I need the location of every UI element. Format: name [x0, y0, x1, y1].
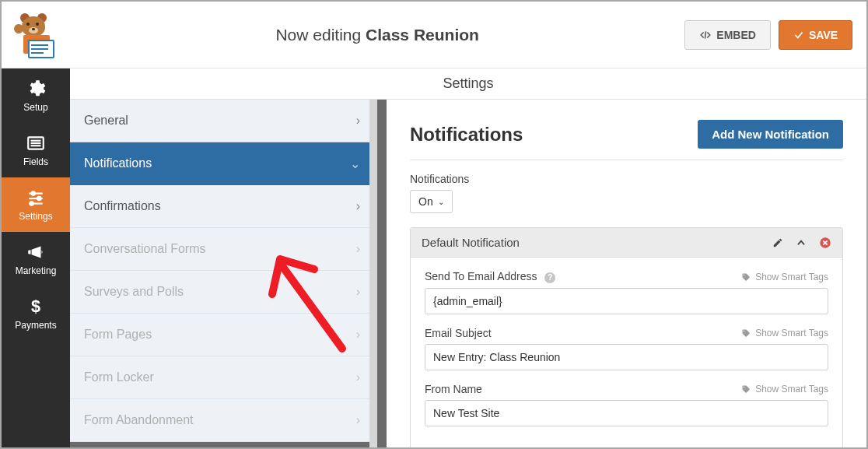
chevron-down-icon: ⌄	[350, 156, 360, 171]
chevron-down-icon: ⌄	[438, 198, 444, 206]
main-area: Setup Fields Settings Marketing $ Paymen…	[2, 68, 866, 447]
form-row-from-name: From Name Show Smart Tags	[425, 383, 828, 426]
tag-icon	[741, 384, 751, 394]
settings-menu-general[interactable]: General ›	[70, 100, 377, 142]
embed-button[interactable]: EMBED	[684, 20, 771, 50]
from-name-input[interactable]	[425, 400, 828, 426]
nav-item-setup[interactable]: Setup	[2, 68, 70, 123]
nav-label: Payments	[15, 320, 56, 331]
check-icon	[793, 30, 804, 40]
svg-point-6	[32, 191, 35, 195]
list-icon	[26, 133, 46, 153]
tag-icon	[741, 272, 751, 282]
settings-menu-confirmations[interactable]: Confirmations ›	[70, 185, 377, 228]
menu-label: Form Pages	[84, 328, 152, 342]
save-button[interactable]: SAVE	[779, 20, 852, 50]
settings-menu-notifications[interactable]: Notifications ⌄	[70, 142, 377, 185]
nav-label: Marketing	[16, 265, 57, 276]
svg-text:$: $	[31, 296, 40, 316]
form-row-send-to: Send To Email Address ? Show Smart Tags	[425, 270, 828, 314]
chevron-right-icon: ›	[356, 114, 360, 128]
menu-label: Confirmations	[84, 199, 161, 213]
chevron-right-icon: ›	[356, 199, 360, 213]
form-name: Class Reunion	[366, 26, 479, 44]
notification-card-title: Default Notification	[422, 236, 520, 249]
settings-menu-conversational-forms[interactable]: Conversational Forms ›	[70, 228, 377, 271]
menu-label: Form Locker	[84, 370, 154, 384]
close-icon[interactable]	[819, 237, 831, 249]
settings-panel: Notifications Add New Notification Notif…	[377, 100, 866, 447]
scrollbar[interactable]	[369, 100, 377, 447]
gear-icon	[26, 79, 46, 99]
panel-title: Notifications	[410, 124, 523, 146]
menu-label: Notifications	[84, 156, 152, 170]
brand-logo	[16, 12, 62, 58]
content-area: Settings General › Notifications ⌄ Confi…	[70, 68, 866, 447]
add-notification-button[interactable]: Add New Notification	[698, 120, 843, 149]
save-label: SAVE	[809, 29, 838, 41]
show-smart-tags[interactable]: Show Smart Tags	[741, 384, 828, 395]
nav-item-marketing[interactable]: Marketing	[2, 232, 70, 286]
divider	[410, 160, 843, 160]
nav-item-payments[interactable]: $ Payments	[2, 286, 70, 341]
tag-icon	[741, 328, 751, 338]
nav-item-fields[interactable]: Fields	[2, 123, 70, 177]
email-subject-input[interactable]	[425, 344, 828, 370]
send-to-email-input[interactable]	[425, 288, 828, 314]
bullhorn-icon	[26, 242, 46, 262]
nav-label: Fields	[23, 156, 48, 167]
settings-submenu: General › Notifications ⌄ Confirmations …	[70, 100, 377, 447]
chevron-right-icon: ›	[356, 328, 360, 342]
chevron-right-icon: ›	[356, 370, 360, 384]
notification-card: Default Notification	[410, 227, 843, 447]
notification-card-header: Default Notification	[411, 228, 842, 258]
help-icon[interactable]: ?	[544, 272, 555, 283]
editing-indicator: Now editing Class Reunion	[70, 26, 684, 44]
settings-menu-form-pages[interactable]: Form Pages ›	[70, 314, 377, 356]
top-bar: Now editing Class Reunion EMBED SAVE	[2, 2, 866, 68]
nav-item-settings[interactable]: Settings	[2, 177, 70, 232]
settings-menu-form-locker[interactable]: Form Locker ›	[70, 356, 377, 399]
content-body: General › Notifications ⌄ Confirmations …	[70, 100, 866, 447]
code-icon	[699, 30, 712, 40]
nav-label: Setup	[23, 102, 47, 113]
menu-label: Conversational Forms	[84, 242, 206, 256]
show-smart-tags[interactable]: Show Smart Tags	[741, 328, 828, 339]
chevron-right-icon: ›	[356, 242, 360, 256]
chevron-up-icon[interactable]	[796, 237, 807, 248]
notification-card-body: Send To Email Address ? Show Smart Tags	[411, 258, 842, 447]
settings-menu-form-abandonment[interactable]: Form Abandonment ›	[70, 399, 377, 442]
menu-label: Form Abandonment	[84, 413, 194, 427]
settings-header: Settings	[70, 68, 866, 100]
notifications-toggle-label: Notifications	[410, 173, 843, 185]
toggle-value: On	[418, 195, 433, 208]
nav-label: Settings	[19, 211, 52, 222]
chevron-right-icon: ›	[356, 285, 360, 299]
settings-menu-surveys-polls[interactable]: Surveys and Polls ›	[70, 271, 377, 314]
embed-label: EMBED	[716, 29, 756, 41]
sliders-icon	[26, 188, 46, 208]
svg-point-8	[37, 197, 40, 200]
field-label: Send To Email Address ?	[425, 270, 555, 283]
pencil-icon[interactable]	[772, 237, 783, 248]
field-label: From Name	[425, 383, 482, 395]
now-editing-prefix: Now editing	[275, 26, 366, 44]
notifications-toggle[interactable]: On ⌄	[410, 190, 453, 213]
chevron-right-icon: ›	[356, 413, 360, 427]
menu-label: Surveys and Polls	[84, 285, 184, 299]
menu-label: General	[84, 114, 128, 128]
field-label: Email Subject	[425, 327, 492, 339]
show-smart-tags[interactable]: Show Smart Tags	[741, 272, 828, 282]
left-nav: Setup Fields Settings Marketing $ Paymen…	[2, 68, 70, 447]
svg-point-10	[30, 202, 33, 205]
dollar-icon: $	[26, 296, 46, 317]
form-row-email-subject: Email Subject Show Smart Tags	[425, 327, 828, 370]
svg-line-0	[705, 31, 706, 38]
